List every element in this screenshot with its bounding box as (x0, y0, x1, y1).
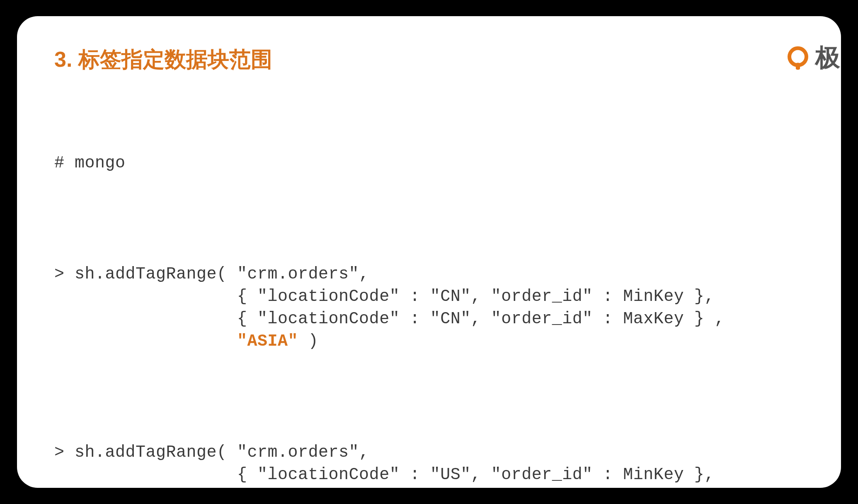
slide-frame: 极 3. 标签指定数据块范围 # mongo > sh.addTagRange(… (6, 5, 852, 499)
code-comment-line: # mongo (54, 152, 804, 174)
code-indent (54, 332, 237, 351)
code-block-asia: > sh.addTagRange( "crm.orders", { "locat… (54, 263, 804, 353)
code-line: { "locationCode" : "CN", "order_id" : Mi… (54, 287, 715, 306)
code-line: > sh.addTagRange( "crm.orders", (54, 265, 369, 284)
code-line: > sh.addTagRange( "crm.orders", (54, 443, 369, 462)
code-area: # mongo > sh.addTagRange( "crm.orders", … (54, 107, 804, 488)
tag-asia: "ASIA" (237, 332, 298, 351)
brand-logo-icon (785, 45, 811, 71)
code-line: { "locationCode" : "US", "order_id" : Mi… (54, 465, 715, 484)
code-suffix: ) (298, 332, 318, 351)
brand-logo-text: 极 (815, 41, 841, 75)
code-block-america-us: > sh.addTagRange( "crm.orders", { "locat… (54, 441, 804, 488)
logo-area: 极 (785, 41, 841, 75)
svg-point-0 (790, 48, 807, 65)
slide-title: 3. 标签指定数据块范围 (54, 45, 804, 74)
code-line: { "locationCode" : "CN", "order_id" : Ma… (54, 310, 725, 328)
svg-rect-1 (796, 63, 800, 70)
mongo-comment: # mongo (54, 154, 126, 172)
slide-content: 极 3. 标签指定数据块范围 # mongo > sh.addTagRange(… (17, 16, 841, 488)
